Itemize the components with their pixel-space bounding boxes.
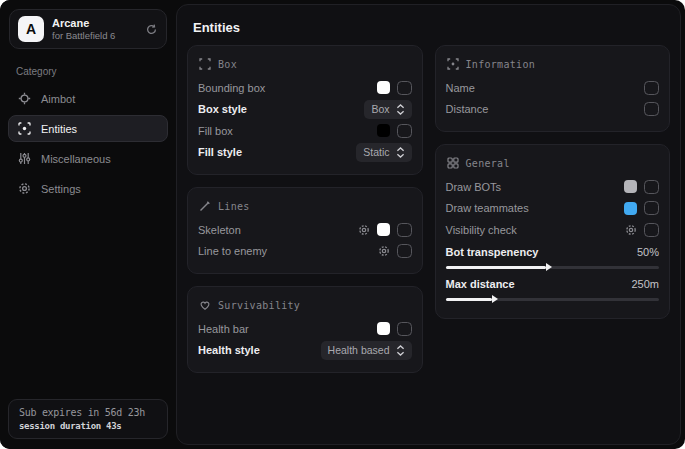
fill-box-checkbox[interactable] bbox=[397, 124, 412, 138]
sidebar-item-label: Entities bbox=[41, 123, 77, 135]
name-checkbox[interactable] bbox=[644, 81, 659, 95]
card-title: Lines bbox=[218, 201, 250, 212]
setting-row-line-to-enemy: Line to enemy bbox=[198, 241, 412, 263]
setting-label: Health bar bbox=[198, 323, 249, 335]
refresh-icon[interactable] bbox=[145, 23, 158, 36]
sidebar-item-settings[interactable]: Settings bbox=[8, 175, 168, 202]
color-swatch[interactable] bbox=[377, 322, 390, 335]
gear-icon bbox=[18, 182, 31, 195]
setting-label: Visibility check bbox=[446, 224, 517, 236]
setting-row-box-style: Box style Box bbox=[198, 99, 412, 121]
box-style-dropdown[interactable]: Box bbox=[364, 100, 411, 119]
chevrons-up-down-icon bbox=[396, 104, 405, 115]
health-bar-checkbox[interactable] bbox=[397, 322, 412, 336]
setting-row-health-bar: Health bar bbox=[198, 318, 412, 340]
setting-label: Fill style bbox=[198, 146, 242, 158]
sidebar-item-label: Miscellaneous bbox=[41, 153, 111, 165]
sidebar-item-label: Settings bbox=[41, 183, 81, 195]
dropdown-value: Health based bbox=[328, 344, 390, 356]
setting-label: Skeleton bbox=[198, 224, 241, 236]
color-swatch[interactable] bbox=[624, 202, 637, 215]
subscription-box: Sub expires in 56d 23h session duration … bbox=[8, 399, 168, 439]
setting-row-bounding-box: Bounding box bbox=[198, 77, 412, 99]
card-lines: Lines Skeleton Line to enemy bbox=[187, 187, 423, 274]
card-information: Information Name Distance bbox=[435, 45, 671, 132]
slider-value: 50% bbox=[637, 246, 659, 258]
setting-row-name: Name bbox=[446, 77, 660, 99]
sidebar-item-miscellaneous[interactable]: Miscellaneous bbox=[8, 145, 168, 172]
setting-row-max-distance: Max distance 250m bbox=[446, 275, 660, 301]
setting-label: Bounding box bbox=[198, 82, 265, 94]
color-swatch[interactable] bbox=[377, 81, 390, 94]
skeleton-checkbox[interactable] bbox=[397, 223, 412, 237]
crosshair-icon bbox=[18, 92, 31, 105]
grid-icon bbox=[447, 157, 459, 169]
heart-icon bbox=[199, 299, 211, 311]
setting-row-draw-bots: Draw BOTs bbox=[446, 176, 660, 198]
slider-thumb[interactable] bbox=[492, 295, 498, 303]
setting-row-distance: Distance bbox=[446, 99, 660, 121]
setting-row-skeleton: Skeleton bbox=[198, 219, 412, 241]
setting-row-draw-teammates: Draw teammates bbox=[446, 198, 660, 220]
app-header: A Arcane for Battlefield 6 bbox=[9, 9, 167, 49]
box-corners-icon bbox=[199, 58, 211, 70]
category-label: Category bbox=[16, 66, 176, 77]
line-to-enemy-checkbox[interactable] bbox=[397, 244, 412, 258]
visibility-check-checkbox[interactable] bbox=[644, 223, 659, 237]
card-title: Box bbox=[218, 59, 237, 70]
setting-row-visibility-check: Visibility check bbox=[446, 219, 660, 241]
setting-label: Box style bbox=[198, 103, 247, 115]
entities-scan-icon bbox=[18, 122, 31, 135]
session-duration-text: session duration 43s bbox=[19, 421, 157, 431]
sidebar-item-label: Aimbot bbox=[41, 93, 75, 105]
setting-label: Name bbox=[446, 82, 475, 94]
dropdown-value: Static bbox=[363, 146, 389, 158]
setting-row-bot-transparency: Bot transpenency 50% bbox=[446, 243, 660, 269]
color-swatch[interactable] bbox=[377, 223, 390, 236]
distance-checkbox[interactable] bbox=[644, 102, 659, 116]
sliders-icon bbox=[18, 152, 31, 165]
draw-bots-checkbox[interactable] bbox=[644, 180, 659, 194]
sidebar-item-aimbot[interactable]: Aimbot bbox=[8, 85, 168, 112]
app-logo: A bbox=[18, 16, 44, 42]
setting-label: Line to enemy bbox=[198, 245, 267, 257]
max-distance-slider[interactable] bbox=[446, 298, 660, 301]
dropdown-value: Box bbox=[371, 103, 389, 115]
draw-teammates-checkbox[interactable] bbox=[644, 201, 659, 215]
gear-icon[interactable] bbox=[358, 224, 370, 236]
setting-row-health-style: Health style Health based bbox=[198, 340, 412, 362]
card-title: General bbox=[466, 158, 510, 169]
bot-transparency-slider[interactable] bbox=[446, 266, 660, 269]
setting-label: Health style bbox=[198, 344, 260, 356]
card-box: Box Bounding box Box style Box bbox=[187, 45, 423, 175]
main-panel: Entities Box Bounding box bbox=[176, 4, 681, 445]
chevrons-up-down-icon bbox=[396, 147, 405, 158]
setting-label: Fill box bbox=[198, 125, 233, 137]
color-swatch[interactable] bbox=[624, 180, 637, 193]
sidebar: A Arcane for Battlefield 6 Category Aimb… bbox=[0, 0, 176, 449]
app-subtitle: for Battlefield 6 bbox=[52, 30, 137, 42]
setting-label: Draw BOTs bbox=[446, 181, 502, 193]
gear-icon[interactable] bbox=[625, 224, 637, 236]
setting-row-fill-box: Fill box bbox=[198, 120, 412, 142]
app-window: A Arcane for Battlefield 6 Category Aimb… bbox=[0, 0, 685, 449]
slider-thumb[interactable] bbox=[546, 263, 552, 271]
card-title: Survivability bbox=[218, 300, 300, 311]
card-title: Information bbox=[466, 59, 536, 70]
setting-label: Distance bbox=[446, 103, 489, 115]
setting-row-fill-style: Fill style Static bbox=[198, 142, 412, 164]
chevrons-up-down-icon bbox=[396, 345, 405, 356]
pencil-icon bbox=[199, 200, 211, 212]
setting-label: Bot transpenency bbox=[446, 246, 539, 258]
fill-style-dropdown[interactable]: Static bbox=[356, 143, 411, 162]
bounding-box-checkbox[interactable] bbox=[397, 81, 412, 95]
gear-icon[interactable] bbox=[378, 245, 390, 257]
setting-label: Max distance bbox=[446, 278, 515, 290]
health-style-dropdown[interactable]: Health based bbox=[321, 341, 412, 360]
info-scan-icon bbox=[447, 58, 459, 70]
color-swatch[interactable] bbox=[377, 124, 390, 137]
sub-expires-text: Sub expires in 56d 23h bbox=[19, 407, 157, 418]
card-survivability: Survivability Health bar Health style He… bbox=[187, 286, 423, 373]
app-name: Arcane bbox=[52, 17, 137, 30]
sidebar-item-entities[interactable]: Entities bbox=[8, 115, 168, 142]
